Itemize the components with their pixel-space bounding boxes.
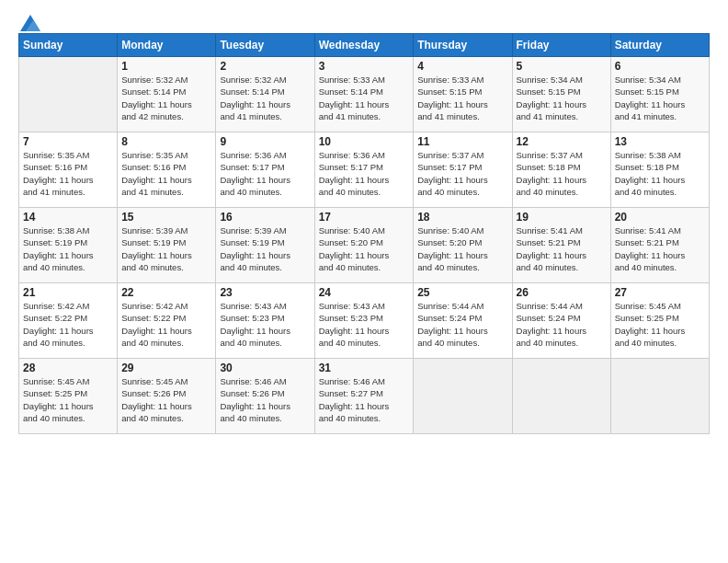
- day-info: Sunrise: 5:38 AM Sunset: 5:19 PM Dayligh…: [23, 224, 113, 273]
- day-cell: 24Sunrise: 5:43 AM Sunset: 5:23 PM Dayli…: [314, 283, 414, 359]
- day-cell: 21Sunrise: 5:42 AM Sunset: 5:22 PM Dayli…: [19, 283, 118, 359]
- header-cell-saturday: Saturday: [610, 34, 709, 57]
- day-info: Sunrise: 5:46 AM Sunset: 5:26 PM Dayligh…: [220, 375, 310, 424]
- day-info: Sunrise: 5:40 AM Sunset: 5:20 PM Dayligh…: [319, 224, 410, 273]
- calendar-body: 1Sunrise: 5:32 AM Sunset: 5:14 PM Daylig…: [19, 57, 710, 434]
- day-cell: 25Sunrise: 5:44 AM Sunset: 5:24 PM Dayli…: [414, 283, 512, 359]
- day-number: 2: [220, 60, 310, 73]
- day-cell: 4Sunrise: 5:33 AM Sunset: 5:15 PM Daylig…: [414, 57, 512, 132]
- day-number: 26: [517, 286, 607, 299]
- day-info: Sunrise: 5:37 AM Sunset: 5:17 PM Dayligh…: [417, 149, 507, 198]
- day-cell: 20Sunrise: 5:41 AM Sunset: 5:21 PM Dayli…: [610, 208, 709, 283]
- day-cell: [19, 57, 118, 132]
- day-cell: 19Sunrise: 5:41 AM Sunset: 5:21 PM Dayli…: [512, 208, 610, 283]
- day-info: Sunrise: 5:45 AM Sunset: 5:25 PM Dayligh…: [615, 300, 705, 349]
- day-info: Sunrise: 5:45 AM Sunset: 5:26 PM Dayligh…: [121, 375, 211, 424]
- day-number: 6: [615, 60, 705, 73]
- header-cell-monday: Monday: [118, 34, 216, 57]
- day-number: 25: [417, 286, 507, 299]
- day-info: Sunrise: 5:35 AM Sunset: 5:16 PM Dayligh…: [121, 149, 211, 198]
- day-info: Sunrise: 5:40 AM Sunset: 5:20 PM Dayligh…: [417, 224, 507, 273]
- header-cell-sunday: Sunday: [19, 34, 118, 57]
- day-cell: [512, 359, 610, 434]
- day-number: 23: [220, 286, 310, 299]
- day-info: Sunrise: 5:34 AM Sunset: 5:15 PM Dayligh…: [615, 74, 705, 122]
- week-row-3: 14Sunrise: 5:38 AM Sunset: 5:19 PM Dayli…: [19, 208, 710, 283]
- day-number: 21: [23, 286, 113, 299]
- day-number: 3: [319, 60, 410, 73]
- day-number: 16: [220, 211, 310, 224]
- logo: [18, 17, 40, 28]
- day-number: 31: [319, 362, 410, 374]
- day-cell: 30Sunrise: 5:46 AM Sunset: 5:26 PM Dayli…: [216, 359, 314, 434]
- day-info: Sunrise: 5:37 AM Sunset: 5:18 PM Dayligh…: [517, 149, 607, 198]
- logo-icon: [20, 15, 40, 31]
- calendar-table: SundayMondayTuesdayWednesdayThursdayFrid…: [18, 33, 710, 434]
- week-row-2: 7Sunrise: 5:35 AM Sunset: 5:16 PM Daylig…: [19, 132, 710, 208]
- day-info: Sunrise: 5:39 AM Sunset: 5:19 PM Dayligh…: [121, 224, 211, 273]
- day-cell: 23Sunrise: 5:43 AM Sunset: 5:23 PM Dayli…: [216, 283, 314, 359]
- day-info: Sunrise: 5:44 AM Sunset: 5:24 PM Dayligh…: [417, 300, 507, 349]
- calendar-page: SundayMondayTuesdayWednesdayThursdayFrid…: [0, 0, 728, 563]
- day-cell: 11Sunrise: 5:37 AM Sunset: 5:17 PM Dayli…: [414, 132, 512, 208]
- day-number: 18: [417, 211, 507, 224]
- day-cell: 13Sunrise: 5:38 AM Sunset: 5:18 PM Dayli…: [610, 132, 709, 208]
- day-number: 15: [121, 211, 211, 224]
- day-cell: [414, 359, 512, 434]
- week-row-5: 28Sunrise: 5:45 AM Sunset: 5:25 PM Dayli…: [19, 359, 710, 434]
- day-info: Sunrise: 5:41 AM Sunset: 5:21 PM Dayligh…: [517, 224, 607, 273]
- header: [18, 17, 710, 28]
- day-info: Sunrise: 5:39 AM Sunset: 5:19 PM Dayligh…: [220, 224, 310, 273]
- header-cell-thursday: Thursday: [414, 34, 512, 57]
- day-info: Sunrise: 5:32 AM Sunset: 5:14 PM Dayligh…: [121, 74, 211, 122]
- day-cell: [610, 359, 709, 434]
- day-cell: 3Sunrise: 5:33 AM Sunset: 5:14 PM Daylig…: [314, 57, 414, 132]
- day-number: 28: [23, 362, 113, 374]
- day-number: 27: [615, 286, 705, 299]
- day-info: Sunrise: 5:36 AM Sunset: 5:17 PM Dayligh…: [220, 149, 310, 198]
- day-info: Sunrise: 5:43 AM Sunset: 5:23 PM Dayligh…: [220, 300, 310, 349]
- day-info: Sunrise: 5:44 AM Sunset: 5:24 PM Dayligh…: [517, 300, 607, 349]
- day-number: 5: [517, 60, 607, 73]
- day-info: Sunrise: 5:34 AM Sunset: 5:15 PM Dayligh…: [517, 74, 607, 122]
- day-cell: 15Sunrise: 5:39 AM Sunset: 5:19 PM Dayli…: [118, 208, 216, 283]
- day-number: 13: [615, 135, 705, 148]
- day-cell: 28Sunrise: 5:45 AM Sunset: 5:25 PM Dayli…: [19, 359, 118, 434]
- day-info: Sunrise: 5:32 AM Sunset: 5:14 PM Dayligh…: [220, 74, 310, 122]
- day-cell: 18Sunrise: 5:40 AM Sunset: 5:20 PM Dayli…: [414, 208, 512, 283]
- day-number: 19: [517, 211, 607, 224]
- day-cell: 22Sunrise: 5:42 AM Sunset: 5:22 PM Dayli…: [118, 283, 216, 359]
- header-cell-friday: Friday: [512, 34, 610, 57]
- day-info: Sunrise: 5:33 AM Sunset: 5:14 PM Dayligh…: [319, 74, 410, 122]
- day-number: 8: [121, 135, 211, 148]
- day-number: 29: [121, 362, 211, 374]
- day-cell: 14Sunrise: 5:38 AM Sunset: 5:19 PM Dayli…: [19, 208, 118, 283]
- day-cell: 10Sunrise: 5:36 AM Sunset: 5:17 PM Dayli…: [314, 132, 414, 208]
- day-info: Sunrise: 5:38 AM Sunset: 5:18 PM Dayligh…: [615, 149, 705, 198]
- header-cell-tuesday: Tuesday: [216, 34, 314, 57]
- day-info: Sunrise: 5:45 AM Sunset: 5:25 PM Dayligh…: [23, 375, 113, 424]
- day-number: 1: [121, 60, 211, 73]
- header-cell-wednesday: Wednesday: [314, 34, 414, 57]
- day-number: 9: [220, 135, 310, 148]
- day-cell: 5Sunrise: 5:34 AM Sunset: 5:15 PM Daylig…: [512, 57, 610, 132]
- day-cell: 29Sunrise: 5:45 AM Sunset: 5:26 PM Dayli…: [118, 359, 216, 434]
- day-cell: 8Sunrise: 5:35 AM Sunset: 5:16 PM Daylig…: [118, 132, 216, 208]
- day-cell: 17Sunrise: 5:40 AM Sunset: 5:20 PM Dayli…: [314, 208, 414, 283]
- day-cell: 12Sunrise: 5:37 AM Sunset: 5:18 PM Dayli…: [512, 132, 610, 208]
- day-cell: 31Sunrise: 5:46 AM Sunset: 5:27 PM Dayli…: [314, 359, 414, 434]
- day-cell: 7Sunrise: 5:35 AM Sunset: 5:16 PM Daylig…: [19, 132, 118, 208]
- day-info: Sunrise: 5:36 AM Sunset: 5:17 PM Dayligh…: [319, 149, 410, 198]
- day-cell: 26Sunrise: 5:44 AM Sunset: 5:24 PM Dayli…: [512, 283, 610, 359]
- day-cell: 27Sunrise: 5:45 AM Sunset: 5:25 PM Dayli…: [610, 283, 709, 359]
- day-number: 11: [417, 135, 507, 148]
- day-cell: 16Sunrise: 5:39 AM Sunset: 5:19 PM Dayli…: [216, 208, 314, 283]
- week-row-1: 1Sunrise: 5:32 AM Sunset: 5:14 PM Daylig…: [19, 57, 710, 132]
- day-number: 17: [319, 211, 410, 224]
- logo-text: [18, 17, 40, 31]
- week-row-4: 21Sunrise: 5:42 AM Sunset: 5:22 PM Dayli…: [19, 283, 710, 359]
- header-row: SundayMondayTuesdayWednesdayThursdayFrid…: [19, 34, 710, 57]
- day-cell: 2Sunrise: 5:32 AM Sunset: 5:14 PM Daylig…: [216, 57, 314, 132]
- day-number: 30: [220, 362, 310, 374]
- calendar-header: SundayMondayTuesdayWednesdayThursdayFrid…: [19, 34, 710, 57]
